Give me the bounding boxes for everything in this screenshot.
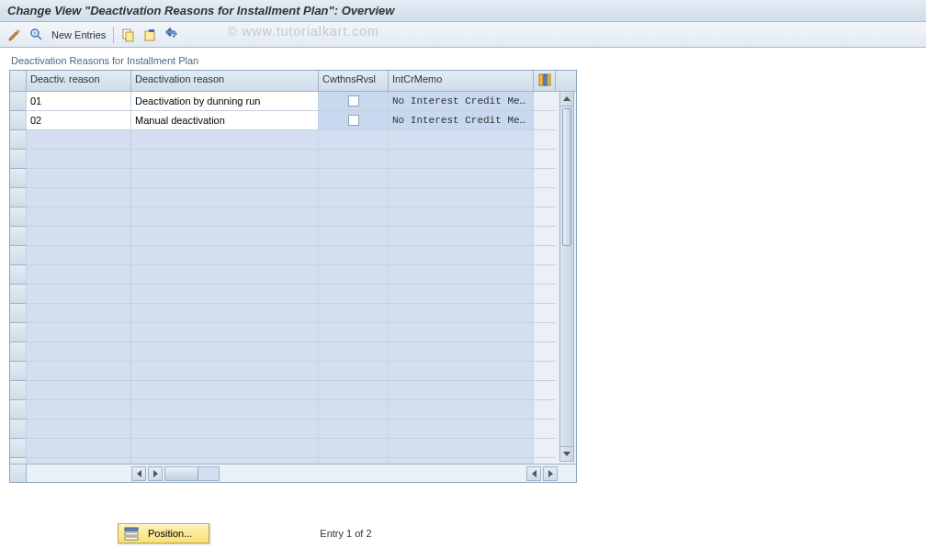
- checkbox-icon[interactable]: [348, 115, 359, 126]
- row-selector[interactable]: [10, 285, 27, 304]
- row-selector[interactable]: [10, 111, 27, 130]
- position-icon: [124, 526, 139, 541]
- watermark: © www.tutorialkart.com: [228, 24, 379, 39]
- page-footer: Position... Entry 1 of 2: [118, 523, 372, 543]
- header-rowmark[interactable]: [10, 71, 27, 91]
- svg-line-1: [38, 36, 41, 39]
- toolbar: New Entries © www.tutorialkart.com: [0, 22, 926, 48]
- row-selector[interactable]: [10, 400, 27, 420]
- scroll-down-icon[interactable]: [560, 446, 573, 461]
- toolbar-separator: [113, 27, 114, 43]
- svg-rect-9: [548, 74, 550, 85]
- row-selector[interactable]: [10, 381, 27, 400]
- table-row-empty[interactable]: [10, 439, 576, 458]
- table-row-empty[interactable]: [10, 458, 576, 464]
- table-row-empty[interactable]: [10, 420, 576, 439]
- row-selector[interactable]: [10, 130, 27, 150]
- cell-intcrmemo[interactable]: No Interest Credit Me…: [389, 92, 534, 111]
- vertical-scrollbar[interactable]: [559, 91, 574, 462]
- cell-checkbox[interactable]: [319, 92, 389, 111]
- row-selector[interactable]: [10, 323, 27, 342]
- svg-rect-5: [145, 31, 154, 40]
- table-row-empty[interactable]: [10, 246, 576, 265]
- delete-icon[interactable]: [143, 28, 158, 42]
- svg-rect-11: [125, 532, 138, 535]
- table-row-empty[interactable]: [10, 188, 576, 207]
- row-selector[interactable]: [10, 458, 27, 464]
- entry-status: Entry 1 of 2: [320, 528, 371, 539]
- table-row-empty[interactable]: [10, 207, 576, 227]
- row-selector[interactable]: [10, 439, 27, 458]
- row-selector[interactable]: [10, 342, 27, 362]
- table-row-empty[interactable]: [10, 150, 576, 169]
- scroll-left-icon[interactable]: [131, 466, 146, 481]
- header-config-icon[interactable]: [534, 71, 556, 91]
- table-row-empty[interactable]: [10, 323, 576, 342]
- svg-point-2: [33, 31, 37, 35]
- svg-rect-10: [125, 528, 138, 531]
- table-row-empty[interactable]: [10, 400, 576, 420]
- horizontal-scrollbar-right[interactable]: [526, 466, 558, 481]
- undo-icon[interactable]: [165, 28, 180, 42]
- svg-rect-7: [539, 74, 543, 85]
- cell-intcrmemo[interactable]: No Interest Credit Me…: [389, 111, 534, 130]
- content-area: Deactivation Reasons for Installment Pla…: [9, 55, 577, 483]
- header-cwthnsrvsl[interactable]: CwthnsRvsl: [319, 71, 389, 91]
- table-row-empty[interactable]: [10, 304, 576, 323]
- scroll-up-icon[interactable]: [560, 92, 573, 106]
- row-selector[interactable]: [10, 150, 27, 169]
- find-icon[interactable]: [29, 28, 44, 42]
- scroll-right2-icon[interactable]: [543, 466, 558, 481]
- change-display-icon[interactable]: [7, 28, 22, 42]
- svg-rect-8: [544, 74, 547, 85]
- header-intcrmemo[interactable]: IntCrMemo: [389, 71, 534, 91]
- table-row-empty[interactable]: [10, 265, 576, 285]
- scroll-track[interactable]: [164, 466, 220, 481]
- table-row-empty[interactable]: [10, 227, 576, 246]
- cell-checkbox[interactable]: [319, 111, 389, 130]
- grid-body: 01Deactivation by dunning runNo Interest…: [10, 92, 576, 464]
- row-selector[interactable]: [10, 265, 27, 285]
- table-row-empty[interactable]: [10, 381, 576, 400]
- table-row[interactable]: 02Manual deactivationNo Interest Credit …: [10, 111, 576, 130]
- copy-icon[interactable]: [121, 28, 136, 42]
- footer-mark: [10, 465, 27, 482]
- svg-rect-12: [125, 537, 138, 540]
- cell-text[interactable]: Manual deactivation: [131, 111, 319, 130]
- row-selector[interactable]: [10, 420, 27, 439]
- row-selector[interactable]: [10, 207, 27, 227]
- header-code[interactable]: Deactiv. reason: [27, 71, 131, 91]
- position-button[interactable]: Position...: [118, 523, 209, 543]
- table-row-empty[interactable]: [10, 130, 576, 150]
- grid-footer: [10, 464, 576, 482]
- table-row-empty[interactable]: [10, 342, 576, 362]
- cell-code[interactable]: 02: [27, 111, 131, 130]
- svg-rect-6: [149, 29, 154, 32]
- cell-text[interactable]: Deactivation by dunning run: [131, 92, 319, 111]
- scroll-thumb[interactable]: [562, 108, 571, 246]
- scroll-left2-icon[interactable]: [526, 466, 541, 481]
- table-row-empty[interactable]: [10, 285, 576, 304]
- scroll-right-icon[interactable]: [148, 466, 163, 481]
- grid: Deactiv. reason Deactivation reason Cwth…: [9, 70, 577, 483]
- cell-code[interactable]: 01: [27, 92, 131, 111]
- position-label: Position...: [148, 528, 192, 539]
- header-text[interactable]: Deactivation reason: [131, 71, 319, 91]
- table-row-empty[interactable]: [10, 362, 576, 381]
- checkbox-icon[interactable]: [348, 95, 359, 106]
- row-selector[interactable]: [10, 92, 27, 111]
- row-selector[interactable]: [10, 304, 27, 323]
- table-row[interactable]: 01Deactivation by dunning runNo Interest…: [10, 92, 576, 111]
- row-selector[interactable]: [10, 362, 27, 381]
- group-title: Deactivation Reasons for Installment Pla…: [9, 55, 577, 66]
- svg-rect-4: [126, 32, 133, 41]
- horizontal-scrollbar-left[interactable]: [131, 466, 220, 481]
- row-selector[interactable]: [10, 246, 27, 265]
- new-entries-button[interactable]: New Entries: [51, 29, 106, 40]
- page-title: Change View "Deactivation Reasons for In…: [0, 0, 926, 22]
- table-row-empty[interactable]: [10, 169, 576, 188]
- row-selector[interactable]: [10, 227, 27, 246]
- row-selector[interactable]: [10, 169, 27, 188]
- row-selector[interactable]: [10, 188, 27, 207]
- title-text: Change View "Deactivation Reasons for In…: [7, 4, 394, 17]
